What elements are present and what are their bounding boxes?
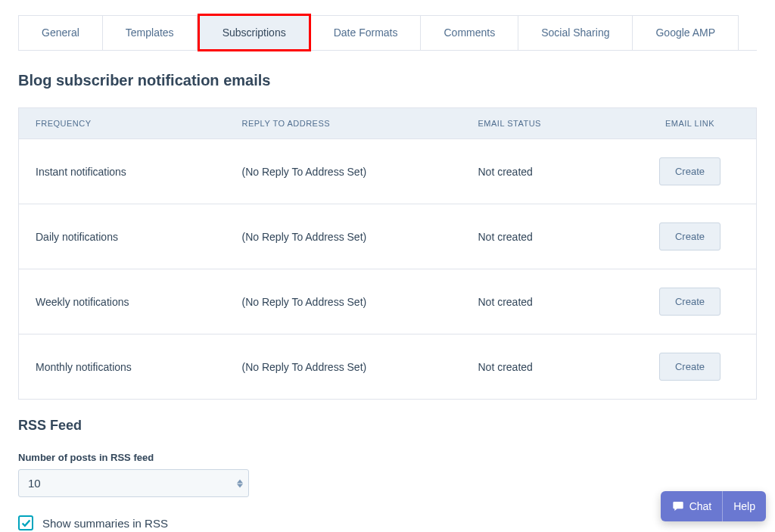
cell-status: Not created — [462, 269, 624, 334]
posts-count-field — [18, 469, 249, 497]
table-row: Daily notifications (No Reply To Address… — [19, 204, 757, 269]
col-header-status: EMAIL STATUS — [462, 108, 624, 139]
cell-frequency: Daily notifications — [19, 204, 226, 269]
cell-reply: (No Reply To Address Set) — [226, 204, 462, 269]
chevron-up-icon[interactable] — [237, 479, 243, 483]
col-header-reply: REPLY TO ADDRESS — [226, 108, 462, 139]
chat-help-widget: Chat Help — [661, 491, 766, 521]
tab-social-sharing[interactable]: Social Sharing — [518, 15, 633, 50]
table-row: Instant notifications (No Reply To Addre… — [19, 139, 757, 204]
chat-label: Chat — [689, 500, 712, 512]
page-title: Blog subscriber notification emails — [18, 72, 757, 89]
help-button[interactable]: Help — [722, 491, 766, 521]
check-icon — [21, 518, 31, 528]
tab-comments[interactable]: Comments — [421, 15, 518, 50]
cell-reply: (No Reply To Address Set) — [226, 139, 462, 204]
show-summaries-rss-label: Show summaries in RSS — [42, 517, 168, 530]
cell-reply: (No Reply To Address Set) — [226, 269, 462, 334]
cell-status: Not created — [462, 139, 624, 204]
posts-count-label: Number of posts in RSS feed — [18, 452, 757, 463]
tab-templates[interactable]: Templates — [103, 15, 198, 50]
tab-general[interactable]: General — [18, 15, 103, 50]
col-header-link: EMAIL LINK — [624, 108, 757, 139]
notifications-table: FREQUENCY REPLY TO ADDRESS EMAIL STATUS … — [18, 107, 757, 400]
col-header-frequency: FREQUENCY — [19, 108, 226, 139]
show-summaries-rss-row: Show summaries in RSS — [18, 515, 757, 530]
cell-frequency: Instant notifications — [19, 139, 226, 204]
table-row: Weekly notifications (No Reply To Addres… — [19, 269, 757, 334]
tab-subscriptions[interactable]: Subscriptions — [198, 14, 311, 51]
show-summaries-rss-checkbox[interactable] — [18, 515, 33, 530]
tab-google-amp[interactable]: Google AMP — [633, 15, 739, 50]
cell-reply: (No Reply To Address Set) — [226, 334, 462, 400]
cell-status: Not created — [462, 204, 624, 269]
posts-count-input[interactable] — [18, 469, 249, 497]
table-row: Monthly notifications (No Reply To Addre… — [19, 334, 757, 400]
create-button[interactable]: Create — [659, 353, 721, 381]
tabs-bar: General Templates Subscriptions Date For… — [18, 15, 757, 51]
chevron-down-icon[interactable] — [237, 484, 243, 487]
tab-date-formats[interactable]: Date Formats — [311, 15, 422, 50]
cell-frequency: Weekly notifications — [19, 269, 226, 334]
create-button[interactable]: Create — [659, 157, 721, 185]
help-label: Help — [733, 500, 755, 512]
chat-bubble-icon — [671, 500, 685, 512]
chat-button[interactable]: Chat — [661, 491, 723, 521]
cell-status: Not created — [462, 334, 624, 400]
rss-title: RSS Feed — [18, 418, 757, 434]
create-button[interactable]: Create — [659, 288, 721, 316]
posts-count-stepper[interactable] — [237, 479, 243, 487]
create-button[interactable]: Create — [659, 222, 721, 250]
cell-frequency: Monthly notifications — [19, 334, 226, 400]
